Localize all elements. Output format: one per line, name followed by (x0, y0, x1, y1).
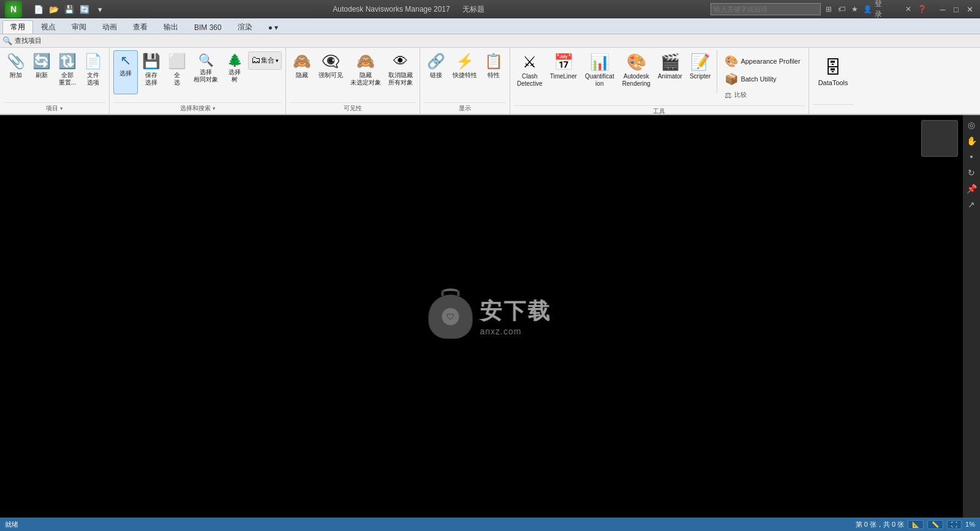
btn-hide[interactable]: 🙈 隐藏 (290, 50, 314, 94)
btn-select-same[interactable]: 🔍 选择相同对象 (190, 50, 221, 94)
tab-viewpoint[interactable]: 视点 (33, 20, 64, 34)
group-selection: ↖ 选择 💾 保存选择 ⬜ 全选 🔍 选择相同对象 🌲 选择树 (110, 48, 286, 114)
status-measure-btn[interactable]: 📐 (908, 520, 924, 529)
watermark-sub-text: anxz.com (480, 326, 552, 336)
btn-file-options[interactable]: 📄 文件选项 (81, 50, 105, 94)
quick-props-icon: ⚡ (456, 53, 474, 70)
rt-hand-btn[interactable]: ✋ (964, 134, 979, 148)
group-project-label: 项目 ▾ (4, 102, 105, 114)
ribbon-tabs: 常用 视点 审阅 动画 查看 输出 BIM 360 渲染 ● ▾ (0, 18, 980, 34)
selection-group-arrow[interactable]: ▾ (213, 105, 216, 111)
tab-animation[interactable]: 动画 (94, 20, 125, 34)
icon-user[interactable]: 👤 (862, 4, 873, 15)
btn-select-all[interactable]: ⬜ 全选 (165, 50, 189, 94)
search-input[interactable] (710, 3, 821, 15)
btn-timeliner[interactable]: 📅 TimeLiner (547, 50, 580, 94)
quant-label: Quantification (584, 73, 615, 88)
btn-select[interactable]: ↖ 选择 (113, 50, 138, 94)
btn-properties[interactable]: 📋 特性 (481, 50, 506, 94)
btn-compare[interactable]: ⚖ 比较 (722, 88, 803, 102)
tab-bim360[interactable]: BIM 360 (186, 20, 230, 34)
group-display-content: 🔗 链接 ⚡ 快捷特性 📋 特性 (424, 50, 506, 101)
tab-output[interactable]: 输出 (156, 20, 186, 34)
rt-dot-btn[interactable]: • (964, 149, 979, 164)
btn-unhide-all[interactable]: 👁 取消隐藏所有对象 (385, 50, 416, 94)
animator-icon: 🎬 (660, 53, 680, 72)
icon-tag[interactable]: 🏷 (836, 4, 847, 15)
save-sel-label: 保存选择 (145, 72, 157, 86)
minimize-btn[interactable]: ─ (937, 4, 948, 15)
status-bar-right: 第 0 张，共 0 张 📐 📏 ⛶ 1% (856, 520, 975, 529)
rt-pin-btn[interactable]: 📌 (964, 181, 979, 196)
project-group-arrow[interactable]: ▾ (60, 105, 63, 111)
tab-home[interactable]: 常用 (2, 20, 33, 34)
content-area: 🛡 安下载 anxz.com ◎ ✋ • ↻ 📌 ↗ (0, 115, 980, 518)
compare-label: 比较 (734, 91, 747, 99)
status-num: 1% (965, 521, 975, 528)
sel-same-icon: 🔍 (198, 53, 214, 67)
rt-orbit-btn[interactable]: ↻ (964, 165, 979, 180)
links-icon: 🔗 (427, 53, 445, 70)
btn-appearance-profiler[interactable]: 🎨 Appearance Profiler (722, 53, 803, 70)
qa-new-btn[interactable]: 📄 (32, 2, 45, 16)
btn-collection[interactable]: 🗂 集合 ▾ (248, 51, 282, 70)
btn-save-selection[interactable]: 💾 保存选择 (139, 50, 164, 94)
btn-attach[interactable]: 📎 附加 (4, 50, 28, 94)
tab-view[interactable]: 查看 (125, 20, 156, 34)
status-ruler-btn[interactable]: 📏 (927, 520, 943, 529)
tab-render[interactable]: 渲染 (230, 20, 260, 34)
main-canvas[interactable]: 🛡 安下载 anxz.com ◎ ✋ • ↻ 📌 ↗ (0, 115, 980, 518)
rt-camera-btn[interactable]: ◎ (964, 118, 979, 132)
icon-login[interactable]: 登录 (875, 4, 886, 15)
status-layout-btn[interactable]: ⛶ (947, 520, 962, 529)
select-label: 选择 (119, 70, 132, 77)
qa-more-btn[interactable]: ▾ (93, 2, 107, 16)
qa-open-btn[interactable]: 📂 (47, 2, 61, 16)
btn-clash-detective[interactable]: ⚔ ClashDetective (514, 50, 546, 94)
qa-save-btn[interactable]: 💾 (62, 2, 76, 16)
btn-datatools[interactable]: 🗄 DataTools (813, 50, 854, 94)
appearance-profiler-label: Appearance Profiler (741, 58, 800, 65)
restore-btn[interactable]: □ (951, 4, 962, 15)
props-icon: 📋 (484, 53, 503, 70)
btn-hide-unselected[interactable]: 🙈 隐藏未选定对象 (347, 50, 384, 94)
attach-label: 附加 (10, 72, 22, 79)
btn-autodesk-rendering[interactable]: 🎨 AutodeskRendering (619, 50, 654, 94)
btn-scripter[interactable]: 📝 Scripter (687, 50, 714, 94)
page-count-text: 第 0 张，共 0 张 (856, 520, 904, 529)
attach-icon: 📎 (7, 53, 25, 70)
find-items-icon[interactable]: 🔍 (2, 36, 12, 45)
icon-x-btn[interactable]: ✕ (903, 4, 914, 15)
watermark-bag-icon: 🛡 (429, 295, 473, 339)
btn-refresh[interactable]: 🔄 刷新 (29, 50, 54, 94)
icon-grid[interactable]: ⊞ (823, 4, 834, 15)
icon-star[interactable]: ★ (849, 4, 860, 15)
datatools-label: DataTools (818, 79, 848, 86)
icon-help[interactable]: ❓ (916, 4, 927, 15)
hide-icon: 🙈 (293, 53, 311, 70)
btn-quantification[interactable]: 📊 Quantification (581, 50, 618, 94)
status-text: 就绪 (5, 520, 18, 529)
tab-more[interactable]: ● ▾ (260, 20, 287, 34)
close-btn[interactable]: ✕ (964, 4, 975, 15)
rt-arrow-btn[interactable]: ↗ (964, 197, 979, 212)
find-items-label[interactable]: 查找项目 (15, 36, 42, 45)
btn-batch-utility[interactable]: 📦 Batch Utility (722, 70, 803, 88)
right-toolbar: ◎ ✋ • ↻ 📌 ↗ (963, 115, 980, 518)
sel-same-label: 选择相同对象 (194, 69, 218, 83)
title-bar-left: N 📄 📂 💾 🔄 ▾ (5, 1, 107, 18)
tab-review[interactable]: 审阅 (64, 20, 94, 34)
btn-quick-props[interactable]: ⚡ 快捷特性 (450, 50, 480, 94)
watermark-main-text: 安下载 (480, 296, 552, 326)
btn-links[interactable]: 🔗 链接 (424, 50, 448, 94)
btn-select-tree[interactable]: 🌲 选择树 (222, 50, 247, 94)
collection-icon: 🗂 (251, 54, 261, 66)
file-options-icon: 📄 (84, 53, 102, 70)
scripter-label: Scripter (690, 73, 710, 80)
nav-corner[interactable] (921, 120, 958, 157)
btn-reset-all[interactable]: 🔃 全部重置... (55, 50, 80, 94)
btn-force-visible[interactable]: 👁‍🗨 强制可见 (315, 50, 346, 94)
qa-refresh-btn[interactable]: 🔄 (78, 2, 91, 16)
group-display: 🔗 链接 ⚡ 快捷特性 📋 特性 显示 (420, 48, 510, 114)
btn-animator[interactable]: 🎬 Animator (655, 50, 685, 94)
